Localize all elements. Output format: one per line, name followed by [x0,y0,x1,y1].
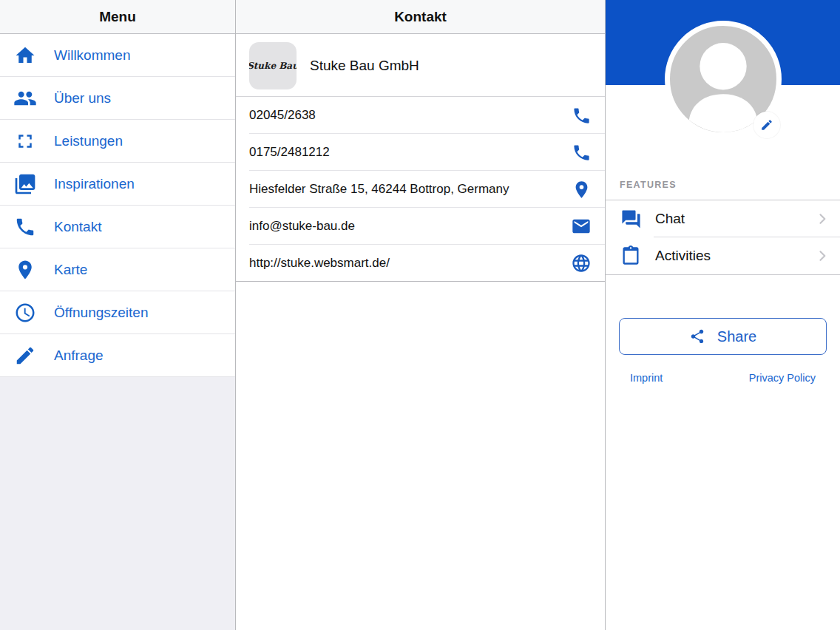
menu-item-label: Willkommen [54,47,130,64]
features-list: Chat Activities [606,200,840,275]
edit-avatar-button[interactable] [753,112,780,138]
contact-title: Kontakt [394,9,447,25]
map-pin-icon [13,259,38,281]
website-text: http://stuke.websmart.de/ [249,256,390,271]
imprint-link[interactable]: Imprint [630,372,663,384]
menu-item-kontakt[interactable]: Kontakt [0,206,235,248]
chevron-right-icon [815,211,830,226]
contact-header: Kontakt [236,0,605,34]
features-label: FEATURES [620,180,840,190]
menu-title: Menu [99,9,136,25]
menu-item-leistungen[interactable]: Leistungen [0,120,235,163]
profile-panel: FEATURES Chat Activities [606,0,840,630]
menu-item-anfrage[interactable]: Anfrage [0,334,235,377]
menu-item-label: Anfrage [54,348,104,364]
email-icon[interactable] [571,216,592,237]
company-row: Stuke Bau Stuke Bau GmbH [236,34,605,97]
contact-row-phone-1[interactable]: 02045/2638 [236,97,605,134]
contact-row-phone-2[interactable]: 0175/2481212 [236,134,605,171]
menu-item-willkommen[interactable]: Willkommen [0,34,235,77]
pencil-icon [760,118,773,132]
company-name: Stuke Bau GmbH [310,58,419,74]
address-text: Hiesfelder Straße 15, 46244 Bottrop, Ger… [249,182,509,197]
feature-row-chat[interactable]: Chat [606,200,840,237]
menu-item-inspirationen[interactable]: Inspirationen [0,163,235,206]
feature-label: Activities [655,248,711,264]
menu-item-label: Inspirationen [54,176,135,192]
phone-number: 0175/2481212 [249,145,330,160]
map-pin-icon[interactable] [572,180,592,200]
home-icon [13,44,38,67]
contact-panel: Kontakt Stuke Bau Stuke Bau GmbH 02045/2… [236,0,606,630]
menu-item-label: Kontakt [54,219,101,235]
menu-item-label: Über uns [54,90,111,106]
menu-panel: Menu Willkommen Über uns Leistungen Insp [0,0,236,630]
contact-row-email[interactable]: info@stuke-bau.de [236,208,605,245]
chat-icon [620,209,642,230]
phone-number: 02045/2638 [249,108,316,123]
email-text: info@stuke-bau.de [249,219,355,234]
contact-row-address[interactable]: Hiesfelder Straße 15, 46244 Bottrop, Ger… [236,171,605,208]
clock-icon [13,302,38,324]
share-button[interactable]: Share [619,318,827,355]
feature-label: Chat [655,211,685,227]
menu-item-label: Leistungen [54,133,123,149]
feature-row-activities[interactable]: Activities [606,237,840,274]
menu-item-oeffnungszeiten[interactable]: Öffnungszeiten [0,291,235,334]
menu-header: Menu [0,0,235,34]
phone-icon[interactable] [572,143,592,163]
people-icon [13,87,38,110]
fullscreen-icon [13,130,38,152]
share-button-label: Share [717,328,756,345]
menu-item-ueber-uns[interactable]: Über uns [0,77,235,120]
pencil-icon [13,345,38,367]
share-icon [689,328,705,345]
privacy-policy-link[interactable]: Privacy Policy [749,372,816,384]
app-window: Menu Willkommen Über uns Leistungen Insp [0,0,840,630]
clipboard-icon [620,245,642,266]
legal-links: Imprint Privacy Policy [606,372,840,384]
menu-item-karte[interactable]: Karte [0,248,235,291]
menu-item-label: Öffnungszeiten [54,305,148,321]
photo-library-icon [13,172,38,196]
contact-row-website[interactable]: http://stuke.websmart.de/ [236,245,605,282]
chevron-right-icon [815,248,830,263]
phone-icon[interactable] [572,106,592,126]
globe-icon[interactable] [571,253,592,274]
company-logo: Stuke Bau [249,42,297,89]
company-logo-text: Stuke Bau [249,61,297,71]
menu-item-label: Karte [54,262,87,278]
phone-icon [13,216,38,238]
